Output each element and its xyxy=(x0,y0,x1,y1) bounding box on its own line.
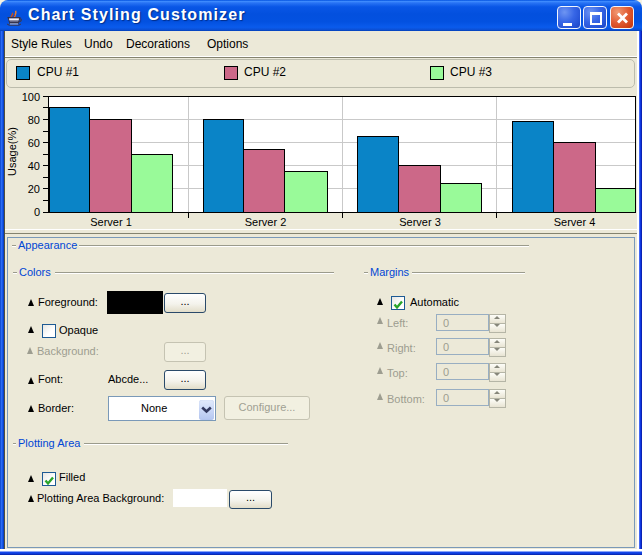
svg-text:60: 60 xyxy=(28,137,40,149)
svg-text:Server 3: Server 3 xyxy=(399,216,441,228)
svg-text:100: 100 xyxy=(22,91,40,103)
svg-text:40: 40 xyxy=(28,160,40,172)
svg-text:80: 80 xyxy=(28,114,40,126)
svg-text:Server 2: Server 2 xyxy=(245,216,287,228)
svg-text:20: 20 xyxy=(28,183,40,195)
svg-text:Server 4: Server 4 xyxy=(554,216,596,228)
svg-text:Usage(%): Usage(%) xyxy=(6,127,18,176)
svg-text:Server 1: Server 1 xyxy=(90,216,132,228)
svg-text:0: 0 xyxy=(34,206,40,218)
